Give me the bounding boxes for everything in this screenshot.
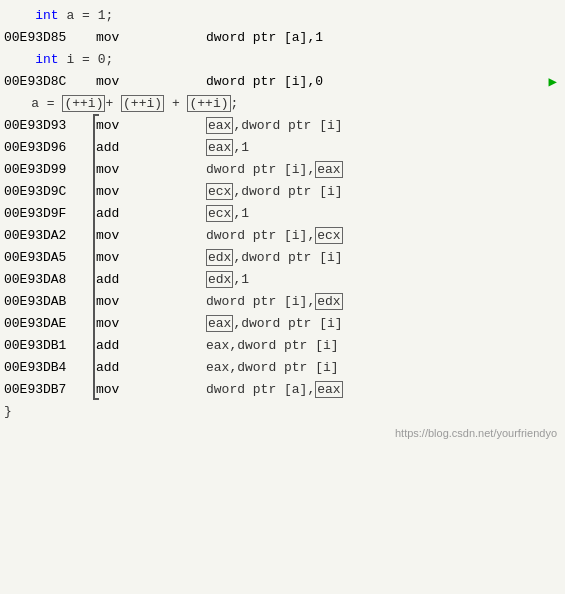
op-15: eax,dword ptr [i] bbox=[206, 316, 343, 331]
bracketed-asm-block: 00E93D93 mov eax,dword ptr [i] 00E93D96 … bbox=[0, 114, 565, 400]
source-line-1: int a = 1; bbox=[0, 4, 565, 26]
mnem-17: add bbox=[96, 360, 146, 375]
indent-5 bbox=[0, 96, 31, 111]
addr-13: 00E93DA8 bbox=[4, 272, 76, 287]
asm-line-7: 00E93D96 add eax,1 bbox=[0, 136, 565, 158]
asm-line-12: 00E93DA5 mov edx,dword ptr [i] bbox=[0, 246, 565, 268]
addr-7: 00E93D96 bbox=[4, 140, 76, 155]
watermark-line: https://blog.csdn.net/yourfriendyo bbox=[0, 422, 565, 444]
addr-14: 00E93DAB bbox=[4, 294, 76, 309]
source-line-5: a = (++i) + (++i) + (++i) ; bbox=[0, 92, 565, 114]
addr-6: 00E93D93 bbox=[4, 118, 76, 133]
mnem-10: add bbox=[96, 206, 146, 221]
mnem-16: add bbox=[96, 338, 146, 353]
asm-line-14: 00E93DAB mov dword ptr [i],edx bbox=[0, 290, 565, 312]
code-container: int a = 1; 00E93D85 mov dword ptr [a],1 … bbox=[0, 0, 565, 448]
address-4: 00E93D8C bbox=[4, 74, 76, 89]
asm-line-17: 00E93DB4 add eax,dword ptr [i] bbox=[0, 356, 565, 378]
op-6: eax,dword ptr [i] bbox=[206, 118, 343, 133]
reg-box-ecx-11: ecx bbox=[315, 227, 342, 244]
mnem-11: mov bbox=[96, 228, 146, 243]
address: 00E93D85 bbox=[4, 30, 76, 45]
asm-line-9: 00E93D9C mov ecx,dword ptr [i] bbox=[0, 180, 565, 202]
reg-box-edx-14: edx bbox=[315, 293, 342, 310]
reg-box-edx-13: edx bbox=[206, 271, 233, 288]
op-12: edx,dword ptr [i] bbox=[206, 250, 343, 265]
addr-10: 00E93D9F bbox=[4, 206, 76, 221]
reg-box-ecx-10: ecx bbox=[206, 205, 233, 222]
asm-line-18: 00E93DB7 mov dword ptr [a],eax bbox=[0, 378, 565, 400]
op-17: eax,dword ptr [i] bbox=[206, 360, 339, 375]
indent bbox=[4, 8, 35, 23]
addr-11: 00E93DA2 bbox=[4, 228, 76, 243]
asm-line-2: 00E93D85 mov dword ptr [a],1 bbox=[0, 26, 565, 48]
reg-box-eax-18: eax bbox=[315, 381, 342, 398]
asm-line-8: 00E93D99 mov dword ptr [i],eax bbox=[0, 158, 565, 180]
op-8: dword ptr [i],eax bbox=[206, 162, 343, 177]
addr-12: 00E93DA5 bbox=[4, 250, 76, 265]
closing-brace-line: } bbox=[0, 400, 565, 422]
plus-2: + bbox=[164, 96, 187, 111]
mnemonic-4: mov bbox=[96, 74, 146, 89]
closing-brace: } bbox=[4, 404, 12, 419]
reg-box-eax-15: eax bbox=[206, 315, 233, 332]
op-13: edx,1 bbox=[206, 272, 249, 287]
reg-box-eax-8: eax bbox=[315, 161, 342, 178]
op-7: eax,1 bbox=[206, 140, 249, 155]
asm-line-6: 00E93D93 mov eax,dword ptr [i] bbox=[0, 114, 565, 136]
op-16: eax,dword ptr [i] bbox=[206, 338, 339, 353]
keyword-int: int bbox=[35, 8, 58, 23]
mnem-6: mov bbox=[96, 118, 146, 133]
addr-16: 00E93DB1 bbox=[4, 338, 76, 353]
semicolon: ; bbox=[231, 96, 239, 111]
mnem-18: mov bbox=[96, 382, 146, 397]
asm-line-4: 00E93D8C mov dword ptr [i],0 ▶ bbox=[0, 70, 565, 92]
watermark-text: https://blog.csdn.net/yourfriendyo bbox=[395, 427, 557, 439]
addr-17: 00E93DB4 bbox=[4, 360, 76, 375]
plus-1: + bbox=[105, 96, 121, 111]
op-10: ecx,1 bbox=[206, 206, 249, 221]
source-line-3: int i = 0; bbox=[0, 48, 565, 70]
asm-line-15: 00E93DAE mov eax,dword ptr [i] bbox=[0, 312, 565, 334]
mnem-8: mov bbox=[96, 162, 146, 177]
box-plusplus-i-3: (++i) bbox=[187, 95, 230, 112]
operands: dword ptr [a],1 bbox=[206, 30, 323, 45]
asm-line-13: 00E93DA8 add edx,1 bbox=[0, 268, 565, 290]
execution-arrow: ▶ bbox=[549, 73, 557, 90]
mnem-15: mov bbox=[96, 316, 146, 331]
addr-15: 00E93DAE bbox=[4, 316, 76, 331]
indent bbox=[4, 52, 35, 67]
op-11: dword ptr [i],ecx bbox=[206, 228, 343, 243]
addr-9: 00E93D9C bbox=[4, 184, 76, 199]
mnem-14: mov bbox=[96, 294, 146, 309]
asm-line-16: 00E93DB1 add eax,dword ptr [i] bbox=[0, 334, 565, 356]
source-a: a = bbox=[31, 96, 62, 111]
op-14: dword ptr [i],edx bbox=[206, 294, 343, 309]
reg-box-eax-6: eax bbox=[206, 117, 233, 134]
op-9: ecx,dword ptr [i] bbox=[206, 184, 343, 199]
asm-line-10: 00E93D9F add ecx,1 bbox=[0, 202, 565, 224]
operands-4: dword ptr [i],0 bbox=[206, 74, 323, 89]
addr-18: 00E93DB7 bbox=[4, 382, 76, 397]
source-text: a = 1; bbox=[59, 8, 114, 23]
mnem-12: mov bbox=[96, 250, 146, 265]
asm-line-11: 00E93DA2 mov dword ptr [i],ecx bbox=[0, 224, 565, 246]
source-text-2: i = 0; bbox=[59, 52, 114, 67]
mnem-13: add bbox=[96, 272, 146, 287]
box-plusplus-i-2: (++i) bbox=[121, 95, 164, 112]
addr-8: 00E93D99 bbox=[4, 162, 76, 177]
op-18: dword ptr [a],eax bbox=[206, 382, 343, 397]
reg-box-edx-12: edx bbox=[206, 249, 233, 266]
mnem-7: add bbox=[96, 140, 146, 155]
reg-box-eax-7: eax bbox=[206, 139, 233, 156]
box-plusplus-i-1: (++i) bbox=[62, 95, 105, 112]
mnem-9: mov bbox=[96, 184, 146, 199]
mnemonic: mov bbox=[96, 30, 146, 45]
keyword-int-2: int bbox=[35, 52, 58, 67]
reg-box-ecx-9: ecx bbox=[206, 183, 233, 200]
